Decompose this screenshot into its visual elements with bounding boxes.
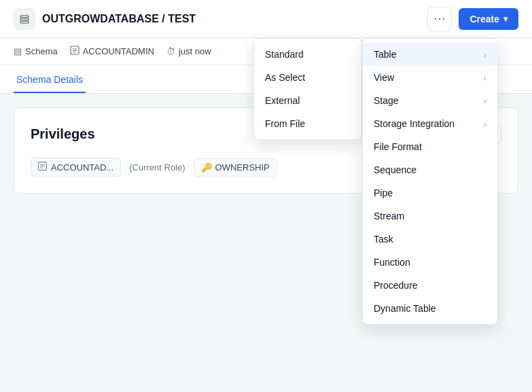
dropdown-item-table[interactable]: Table › bbox=[363, 43, 497, 66]
schema-icon: ▤ bbox=[14, 46, 22, 56]
tab-label: Schema Details bbox=[16, 74, 83, 85]
dropdown-item-label: Function bbox=[374, 257, 410, 268]
more-button[interactable]: ··· bbox=[427, 7, 452, 31]
user-label: ACCOUNTADMIN bbox=[83, 46, 154, 56]
submenu-item-as-select[interactable]: As Select bbox=[254, 66, 361, 89]
chevron-right-icon: › bbox=[484, 96, 486, 106]
svg-rect-1 bbox=[20, 18, 29, 20]
dropdown-item-label: Pipe bbox=[374, 188, 393, 198]
separator: / bbox=[162, 13, 168, 24]
user-meta: ACCOUNTADMIN bbox=[70, 46, 154, 57]
submenu-label: From File bbox=[265, 118, 305, 129]
dropdown-item-label: Stream bbox=[374, 211, 404, 221]
tab-schema-details[interactable]: Schema Details bbox=[14, 67, 86, 93]
account-icon bbox=[38, 162, 47, 173]
create-button[interactable]: Create ▾ bbox=[459, 8, 518, 30]
dropdown-item-stream[interactable]: Stream bbox=[363, 204, 497, 228]
account-label: ACCOUNTAD... bbox=[51, 162, 113, 173]
clock-icon: ⏱ bbox=[166, 46, 175, 56]
submenu-label: External bbox=[265, 95, 300, 106]
user-icon bbox=[70, 46, 79, 57]
submenu-label: Standard bbox=[265, 49, 304, 60]
create-dropdown: Table › View › Stage › Storage Integrati… bbox=[362, 38, 498, 325]
dropdown-item-file-format[interactable]: File Format bbox=[363, 135, 497, 158]
dropdown-item-label: Sequence bbox=[374, 164, 416, 175]
submenu-item-external[interactable]: External bbox=[254, 89, 361, 112]
dropdown-item-label: File Format bbox=[374, 141, 422, 152]
card-title: Privileges bbox=[31, 126, 95, 142]
dropdown-item-pipe[interactable]: Pipe bbox=[363, 181, 497, 204]
account-badge: ACCOUNTAD... bbox=[31, 158, 121, 177]
ownership-label: OWNERSHIP bbox=[215, 162, 270, 173]
chevron-right-icon: › bbox=[484, 119, 486, 129]
dropdown-item-stage[interactable]: Stage › bbox=[363, 89, 497, 112]
dropdown-item-label: Task bbox=[374, 234, 393, 245]
create-chevron: ▾ bbox=[503, 14, 508, 24]
time-label: just now bbox=[179, 46, 211, 56]
dropdown-item-label: Dynamic Table bbox=[374, 303, 436, 314]
dropdown-item-storage-integration[interactable]: Storage Integration › bbox=[363, 112, 497, 135]
dropdown-item-sequence[interactable]: Sequence bbox=[363, 158, 497, 181]
header-left: OUTGROWDATABASE / TEST bbox=[14, 8, 196, 30]
db-name: OUTGROWDATABASE bbox=[42, 13, 159, 24]
dropdown-item-view[interactable]: View › bbox=[363, 66, 497, 89]
header-title: OUTGROWDATABASE / TEST bbox=[42, 13, 196, 25]
chevron-right-icon: › bbox=[484, 50, 486, 60]
database-icon bbox=[14, 8, 35, 30]
submenu-item-standard[interactable]: Standard bbox=[254, 43, 361, 66]
dropdown-item-label: Stage bbox=[374, 95, 399, 106]
key-icon: 🔑 bbox=[201, 162, 212, 173]
dropdown-item-label: View bbox=[374, 72, 394, 83]
create-button-label: Create bbox=[469, 14, 499, 24]
chevron-right-icon: › bbox=[484, 73, 486, 83]
schema-label: Schema bbox=[25, 46, 58, 56]
dropdown-item-function[interactable]: Function bbox=[363, 251, 497, 274]
table-submenu: Standard As Select External From File bbox=[253, 38, 362, 140]
header: OUTGROWDATABASE / TEST ··· Create ▾ bbox=[0, 0, 532, 38]
svg-rect-0 bbox=[20, 16, 29, 18]
dropdown-item-task[interactable]: Task bbox=[363, 228, 497, 251]
more-button-label: ··· bbox=[433, 12, 446, 26]
dropdown-item-procedure[interactable]: Procedure bbox=[363, 274, 497, 297]
ownership-badge: 🔑 OWNERSHIP bbox=[194, 158, 277, 177]
submenu-label: As Select bbox=[265, 72, 305, 83]
header-right: ··· Create ▾ bbox=[427, 7, 518, 31]
schema-meta: ▤ Schema bbox=[14, 46, 58, 56]
submenu-item-from-file[interactable]: From File bbox=[254, 112, 361, 135]
time-meta: ⏱ just now bbox=[166, 46, 211, 56]
dropdown-item-dynamic-table[interactable]: Dynamic Table bbox=[363, 297, 497, 320]
dropdown-item-label: Procedure bbox=[374, 280, 418, 291]
dropdown-item-label: Table bbox=[374, 49, 396, 60]
current-role-label: (Current Role) bbox=[129, 162, 185, 173]
dropdown-item-label: Storage Integration bbox=[374, 118, 455, 129]
svg-rect-2 bbox=[20, 21, 29, 23]
schema-name: TEST bbox=[168, 13, 196, 24]
